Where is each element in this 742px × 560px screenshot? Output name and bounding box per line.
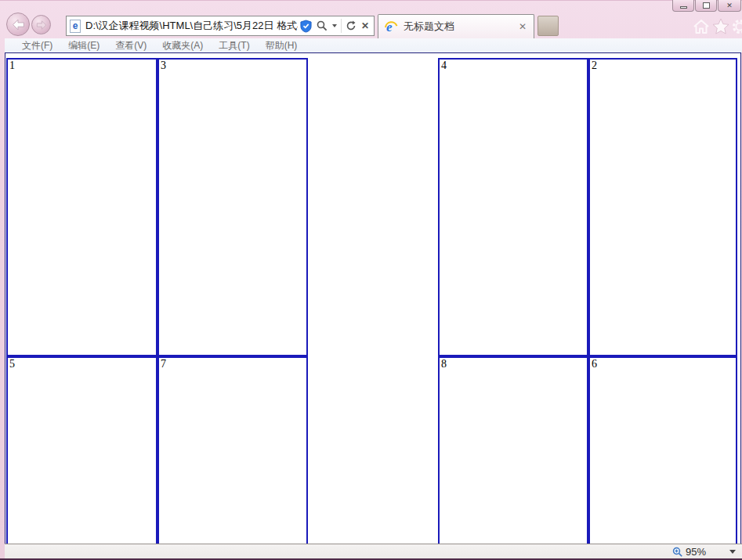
close-window-icon: ✕ xyxy=(726,2,733,9)
minimize-button[interactable] xyxy=(672,0,694,12)
settings-gear-button[interactable] xyxy=(730,17,742,35)
menu-help[interactable]: 帮助(H) xyxy=(258,38,306,52)
search-icon[interactable] xyxy=(314,17,330,34)
window-top-edge xyxy=(0,0,742,1)
menu-file[interactable]: 文件(F) xyxy=(14,38,60,52)
stop-icon[interactable]: ✕ xyxy=(359,17,371,34)
content-box-6: 6 xyxy=(588,356,737,544)
menu-edit[interactable]: 编辑(E) xyxy=(60,38,107,52)
back-button[interactable] xyxy=(6,13,30,36)
box-label: 7 xyxy=(159,358,306,370)
forward-arrow-icon xyxy=(36,20,47,31)
content-box-1: 1 xyxy=(6,58,157,356)
content-box-2: 2 xyxy=(588,58,737,356)
ie-browser-window: { "titlebar": { "close_glyph": "✕" }, "n… xyxy=(0,0,742,560)
refresh-icon[interactable] xyxy=(343,17,359,34)
ie-logo-icon: e xyxy=(384,20,398,34)
security-shield-icon[interactable] xyxy=(298,17,314,34)
content-box-8: 8 xyxy=(438,356,588,544)
home-icon xyxy=(693,19,710,34)
page-viewport: 1 3 4 2 5 7 8 6 xyxy=(5,52,741,544)
address-separator xyxy=(341,19,342,33)
box-label: 3 xyxy=(159,60,306,72)
home-button[interactable] xyxy=(692,17,710,35)
star-icon xyxy=(712,18,729,34)
menu-favorites[interactable]: 收藏夹(A) xyxy=(154,38,211,52)
favorites-star-button[interactable] xyxy=(711,17,729,35)
status-bar: 95% xyxy=(5,544,742,558)
new-tab-button[interactable] xyxy=(537,16,559,36)
forward-button[interactable] xyxy=(31,15,51,34)
back-arrow-icon xyxy=(12,18,25,31)
menu-view[interactable]: 查看(V) xyxy=(107,38,154,52)
box-label: 1 xyxy=(8,60,156,72)
tab-untitled-document[interactable]: e 无标题文档 ✕ xyxy=(378,14,534,38)
content-box-7: 7 xyxy=(157,356,308,544)
close-window-button[interactable]: ✕ xyxy=(718,0,741,12)
zoom-magnifier-icon xyxy=(672,547,683,558)
box-label: 5 xyxy=(8,358,156,370)
menu-tools[interactable]: 工具(T) xyxy=(211,38,257,52)
zoom-dropdown-caret[interactable] xyxy=(729,550,736,554)
address-bar[interactable]: e D:\汉企课程视频\HTML\自己练习\5月22日 格式与布 ✕ xyxy=(66,16,375,36)
box-label: 6 xyxy=(590,358,736,370)
tab-close-icon[interactable]: ✕ xyxy=(516,21,529,32)
box-label: 2 xyxy=(590,60,736,72)
box-label: 4 xyxy=(440,60,587,72)
maximize-button[interactable] xyxy=(695,0,717,12)
minimize-icon xyxy=(680,6,687,9)
gear-icon xyxy=(731,18,742,35)
maximize-icon xyxy=(703,2,710,9)
menu-bar: 文件(F) 编辑(E) 查看(V) 收藏夹(A) 工具(T) 帮助(H) xyxy=(5,38,742,52)
search-dropdown-caret[interactable] xyxy=(330,17,339,34)
zoom-level-label: 95% xyxy=(686,546,706,558)
address-input[interactable]: D:\汉企课程视频\HTML\自己练习\5月22日 格式与布 xyxy=(85,19,298,33)
tab-title: 无标题文档 xyxy=(404,20,516,34)
content-box-4: 4 xyxy=(438,58,588,356)
content-box-3: 3 xyxy=(157,58,308,356)
box-label: 8 xyxy=(440,358,587,370)
page-favicon-icon: e xyxy=(70,20,81,33)
zoom-control[interactable]: 95% xyxy=(672,545,736,558)
content-box-5: 5 xyxy=(6,356,157,544)
